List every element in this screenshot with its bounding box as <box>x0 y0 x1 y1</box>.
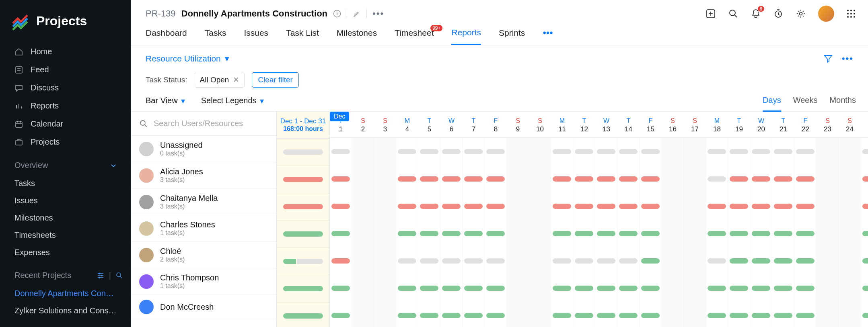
tab-dashboard[interactable]: Dashboard <box>146 28 187 44</box>
search-icon[interactable] <box>116 272 123 279</box>
nav-item-reports[interactable]: Reports <box>0 97 131 115</box>
calendar-body <box>330 138 868 327</box>
calendar-cell <box>595 302 617 327</box>
timer-icon[interactable] <box>773 8 784 19</box>
filter-sliders-icon[interactable] <box>97 272 104 279</box>
utilization-bar <box>575 231 593 236</box>
tab-task-list[interactable]: Task List <box>286 28 319 44</box>
search-icon[interactable] <box>728 8 738 19</box>
utilization-bar <box>553 176 571 182</box>
reports-icon <box>14 102 23 110</box>
overview-item[interactable]: Expenses <box>0 244 131 261</box>
calendar-cell <box>595 138 617 165</box>
time-tab-days[interactable]: Days <box>763 96 781 112</box>
tab-timesheet[interactable]: Timesheet99+ <box>395 28 434 44</box>
calendar-header: Dec T 1 S 2 S 3 M 4 T 5 W 6 T 7 F 8 <box>330 112 868 138</box>
nav-item-home[interactable]: Home <box>0 43 131 61</box>
notification-bell-icon[interactable]: 9 <box>751 8 761 19</box>
apps-grid-icon[interactable] <box>846 9 856 18</box>
time-tab-weeks[interactable]: Weeks <box>793 96 818 111</box>
nav-item-projects[interactable]: Projects <box>0 133 131 151</box>
resource-row[interactable]: Unassigned 0 task(s) <box>131 136 276 162</box>
tab-reports[interactable]: Reports <box>451 28 481 45</box>
calendar-cell <box>839 138 861 165</box>
utilization-bar <box>862 258 868 264</box>
resource-row[interactable]: Don McCreesh <box>131 295 276 319</box>
resource-avatar <box>139 300 154 314</box>
app-logo[interactable]: Projects <box>0 6 131 43</box>
utilization-bar <box>464 176 483 182</box>
calendar-cell <box>617 165 640 192</box>
tab-issues[interactable]: Issues <box>244 28 268 44</box>
close-icon[interactable]: ✕ <box>233 75 239 84</box>
recent-project-item[interactable]: Donnelly Apartments Construction <box>0 285 131 302</box>
recent-project-item[interactable]: Zylker Solutions and Construction <box>0 302 131 319</box>
resource-row[interactable]: Alicia Jones 3 task(s) <box>131 162 276 189</box>
tab-sprints[interactable]: Sprints <box>499 28 525 44</box>
calendar-panel[interactable]: Dec T 1 S 2 S 3 M 4 T 5 W 6 T 7 F 8 <box>330 112 868 327</box>
day-number: 18 <box>706 125 728 133</box>
calendar-cell <box>728 192 750 220</box>
calendar-cell <box>529 138 551 165</box>
resource-row[interactable]: Chris Thompson 1 task(s) <box>131 268 276 295</box>
calendar-cell <box>352 138 374 165</box>
utilization-bar <box>641 176 660 182</box>
calendar-cell <box>728 165 750 192</box>
user-avatar[interactable] <box>818 6 834 22</box>
resource-row[interactable]: Charles Stones 1 task(s) <box>131 215 276 242</box>
calendar-row <box>330 220 868 247</box>
overview-item[interactable]: Issues <box>0 192 131 209</box>
resource-row[interactable]: Chloé 2 task(s) <box>131 242 276 268</box>
more-options-icon[interactable]: ••• <box>842 53 854 64</box>
calendar-cell <box>640 192 662 220</box>
calendar-cell <box>684 192 706 220</box>
calendar-cell <box>728 247 750 274</box>
overview-label: Overview <box>14 161 48 170</box>
add-icon[interactable] <box>706 8 716 19</box>
overview-item[interactable]: Tasks <box>0 175 131 192</box>
filter-icon[interactable] <box>823 54 833 63</box>
report-dropdown[interactable]: Resource Utilization ▾ <box>146 54 229 63</box>
info-icon[interactable] <box>333 10 341 18</box>
tab-milestones[interactable]: Milestones <box>337 28 377 44</box>
calendar-cell <box>861 220 868 247</box>
calendar-cell <box>374 220 396 247</box>
overview-item[interactable]: Timesheets <box>0 227 131 244</box>
resources-panel: Unassigned 0 task(s) Alicia Jones 3 task… <box>131 112 277 327</box>
utilization-bar <box>796 231 815 236</box>
utilization-bar <box>553 258 571 264</box>
select-legends-dropdown[interactable]: Select Legends ▾ <box>201 96 264 106</box>
utilization-bar <box>464 231 483 236</box>
tab-tasks[interactable]: Tasks <box>205 28 226 44</box>
nav-item-calendar[interactable]: Calendar <box>0 115 131 133</box>
calendar-cell <box>728 220 750 247</box>
calendar-cell <box>418 274 440 302</box>
search-input[interactable] <box>154 119 268 128</box>
clear-filter-button[interactable]: Clear filter <box>252 72 299 88</box>
calendar-cell <box>507 274 529 302</box>
time-tab-months[interactable]: Months <box>829 96 856 111</box>
nav-item-discuss[interactable]: Discuss <box>0 79 131 97</box>
more-icon[interactable]: ••• <box>372 8 384 19</box>
search-icon[interactable] <box>139 119 148 128</box>
overview-section-header[interactable]: Overview <box>0 151 131 175</box>
utilization-bar <box>597 149 615 154</box>
nav-item-label: Feed <box>31 65 49 74</box>
calendar-cell <box>330 138 352 165</box>
utilization-bar <box>442 258 461 264</box>
edit-icon[interactable] <box>353 10 361 18</box>
calendar-cell <box>861 247 868 274</box>
settings-gear-icon[interactable] <box>796 8 806 19</box>
calendar-cell <box>440 138 463 165</box>
utilization-bar <box>796 149 815 154</box>
bar-view-dropdown[interactable]: Bar View ▾ <box>146 96 185 106</box>
utilization-bar <box>774 149 792 154</box>
tabs-more-icon[interactable]: ••• <box>543 27 553 45</box>
calendar-cell <box>861 192 868 220</box>
nav-item-feed[interactable]: Feed <box>0 61 131 79</box>
filter-chip-all-open[interactable]: All Open ✕ <box>195 72 245 88</box>
resource-row[interactable]: Chaitanya Mella 3 task(s) <box>131 189 276 215</box>
utilization-bar <box>575 149 593 154</box>
overview-item[interactable]: Milestones <box>0 209 131 227</box>
svg-point-10 <box>730 10 735 16</box>
